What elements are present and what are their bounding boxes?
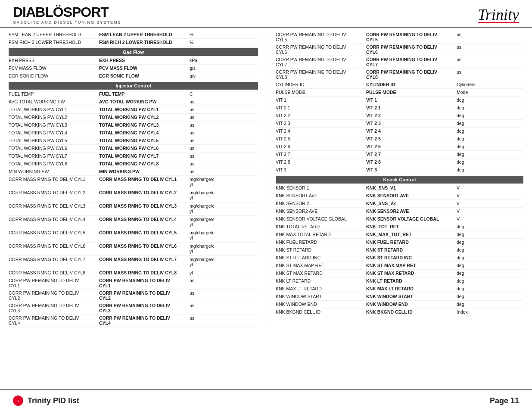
list-item: CORR PW REMAINING TO DELIVCYL8 CORR PW R… xyxy=(276,68,523,81)
list-item: KNK BKGND CELL ID KNK BKGND CELL ID Inde… xyxy=(276,308,523,316)
logo-subtitle: GASOLINE AND DIESEL TUNING SYSTEMS xyxy=(13,20,121,25)
list-item: FUEL TEMP FUEL TEMP C xyxy=(9,90,258,98)
list-item: KNK FUEL RETARD KNK FUEL RETARD deg xyxy=(276,239,523,246)
left-column: FSM LEAN 2 UPPER THRESHOLD FSM LEAN 2 UP… xyxy=(0,31,267,327)
gas-flow-header: Gas Flow xyxy=(9,48,258,56)
list-item: CORR MASS RMNG TO DELIV CYL2 CORR MASS R… xyxy=(9,189,258,202)
list-item: CYLINDER ID CYLINDER ID Cylinders xyxy=(276,81,523,89)
list-item: CORR PW REMAINING TO DELIVCYL7 CORR PW R… xyxy=(276,56,523,68)
list-item: FSM RICH 2 LOWER THRESHOLD FSM RICH 2 LO… xyxy=(9,39,258,47)
list-item: VIT 1 VIT 1 deg xyxy=(276,97,523,104)
list-item: AVG TOTAL WORKING PW AVG TOTAL WORKING P… xyxy=(9,98,258,106)
list-item: CORR MASS RMNG TO DELIV CYL6 CORR MASS R… xyxy=(9,243,258,256)
list-item: TOTAL WORKING PW CYL8 TOTAL WORKING PW C… xyxy=(9,160,258,168)
list-item: TOTAL WORKING PW CYL7 TOTAL WORKING PW C… xyxy=(9,153,258,160)
list-item: VIT 2 2 VIT 2 2 deg xyxy=(276,112,523,120)
diablosport-logo: DIABLÖSPORT xyxy=(13,4,109,20)
page-footer: T Trinity PID list Page 11 xyxy=(0,389,532,411)
knock-rows: KNK SENSOR 1 KNK_SNS_V1 V KNK SENSOR1 AV… xyxy=(276,184,523,316)
trinity-logo: Trinity xyxy=(478,6,519,24)
list-item: EGR SONIC FLOW EGR SONIC FLOW g/s xyxy=(9,72,258,80)
list-item: CORR MASS RMNG TO DELIV CYL4 CORR MASS R… xyxy=(9,216,258,229)
footer-page: Page 11 xyxy=(490,396,519,405)
list-item: FSM LEAN 2 UPPER THRESHOLD FSM LEAN 2 UP… xyxy=(9,31,258,39)
list-item: CORR PW REMAINING TO DELIVCYL2 CORR PW R… xyxy=(9,290,258,302)
list-item: KNK ST MAX RETARD KNK ST MAX RETARD deg xyxy=(276,270,523,277)
main-content: FSM LEAN 2 UPPER THRESHOLD FSM LEAN 2 UP… xyxy=(0,28,532,327)
list-item: TOTAL WORKING PW CYL3 TOTAL WORKING PW C… xyxy=(9,121,258,129)
top-rows: FSM LEAN 2 UPPER THRESHOLD FSM LEAN 2 UP… xyxy=(9,31,258,47)
list-item: KNK SENSOR1 AVE KNK SENSOR1 AVE V xyxy=(276,192,523,200)
right-column: CORR PW REMAINING TO DELIVCYL5 CORR PW R… xyxy=(267,31,532,327)
list-item: CORR MASS RMNG TO DELIV CYL8 CORR MASS R… xyxy=(9,269,258,277)
list-item: CORR MASS RMNG TO DELIV CYL3 CORR MASS R… xyxy=(9,202,258,216)
list-item: VIT 2 4 VIT 2 4 deg xyxy=(276,128,523,135)
list-item: KNK ST RETARD INC KNK ST RETARD INC deg xyxy=(276,254,523,262)
list-item: VIT 2 7 VIT 2 7 deg xyxy=(276,151,523,159)
list-item: KNK WINDOW START KNK WINDOW START deg xyxy=(276,293,523,301)
injector-control-header: Injector Control xyxy=(9,82,258,90)
list-item: KNK ST RETARD KNK ST RETARD deg xyxy=(276,246,523,254)
list-item: KNK SENSOR VOLTAGE GLOBAL KNK SENSOR VOL… xyxy=(276,215,523,223)
list-item: CORR MASS RMNG TO DELIV CYL7 CORR MASS R… xyxy=(9,256,258,269)
logo-area: DIABLÖSPORT GASOLINE AND DIESEL TUNING S… xyxy=(13,4,121,25)
footer-left: T Trinity PID list xyxy=(13,395,79,406)
list-item: CORR MASS RMNG TO DELIV CYL5 CORR MASS R… xyxy=(9,229,258,243)
list-item: VIT 2 6 VIT 2 6 deg xyxy=(276,143,523,151)
svg-text:T: T xyxy=(17,399,19,403)
list-item: VIT 3 VIT 3 deg xyxy=(276,166,523,174)
list-item: CORR PW REMAINING TO DELIVCYL6 CORR PW R… xyxy=(276,44,523,56)
list-item: CORR PW REMAINING TO DELIVCYL1 CORR PW R… xyxy=(9,277,258,290)
list-item: CORR MASS RMNG TO DELIV CYL1 CORR MASS R… xyxy=(9,176,258,189)
list-item: TOTAL WORKING PW CYL5 TOTAL WORKING PW C… xyxy=(9,137,258,145)
list-item: CORR PW REMAINING TO DELIVCYL5 CORR PW R… xyxy=(276,31,523,44)
list-item: PULSE MODE PULSE MODE Mode xyxy=(276,89,523,97)
list-item: TOTAL WORKING PW CYL1 TOTAL WORKING PW C… xyxy=(9,106,258,114)
gas-flow-rows: EXH PRESS EXH PRESS kPa PCV MASS FLOW PC… xyxy=(9,57,258,80)
right-top-rows: CORR PW REMAINING TO DELIVCYL5 CORR PW R… xyxy=(276,31,523,174)
list-item: MIN WORKING PW MIN WORKING PW us xyxy=(9,168,258,176)
list-item: KNK MAX TOTAL RETARD KNK_MAX_TOT_RET deg xyxy=(276,231,523,239)
list-item: KNK WINDOW END KNK WINDOW END deg xyxy=(276,301,523,308)
list-item: TOTAL WORKING PW CYL6 TOTAL WORKING PW C… xyxy=(9,145,258,153)
list-item: TOTAL WORKING PW CYL4 TOTAL WORKING PW C… xyxy=(9,129,258,137)
list-item: VIT 2 1 VIT 2 1 deg xyxy=(276,104,523,112)
knock-control-header: Knock Control xyxy=(276,176,523,184)
list-item: VIT 2 5 VIT 2 5 deg xyxy=(276,135,523,143)
trinity-footer-icon: T xyxy=(13,395,23,406)
list-item: KNK MAX LT RETARD KNK MAX LT RETARD deg xyxy=(276,285,523,293)
list-item: CORR PW REMAINING TO DELIVCYL3 CORR PW R… xyxy=(9,302,258,314)
list-item: KNK LT RETARD KNK LT RETARD deg xyxy=(276,277,523,285)
list-item: KNK SENSOR2 AVE KNK SENSOR2 AVE V xyxy=(276,208,523,215)
page-header: DIABLÖSPORT GASOLINE AND DIESEL TUNING S… xyxy=(0,0,532,28)
list-item: VIT 2 3 VIT 2 3 deg xyxy=(276,120,523,128)
list-item: TOTAL WORKING PW CYL2 TOTAL WORKING PW C… xyxy=(9,114,258,121)
list-item: KNK TOTAL RETARD KNK_TOT_RET deg xyxy=(276,223,523,231)
list-item: CORR PW REMAINING TO DELIVCYL4 CORR PW R… xyxy=(9,314,258,327)
list-item: KNK SENSOR 1 KNK_SNS_V1 V xyxy=(276,184,523,192)
list-item: KNK SENSOR 2 KNK_SNS_V2 V xyxy=(276,200,523,208)
list-item: KNK ST MAX MAP RET KNK ST MAX MAP RET de… xyxy=(276,262,523,270)
list-item: EXH PRESS EXH PRESS kPa xyxy=(9,57,258,65)
list-item: PCV MASS FLOW PCV MASS FLOW g/s xyxy=(9,65,258,72)
injector-rows: FUEL TEMP FUEL TEMP C AVG TOTAL WORKING … xyxy=(9,90,258,327)
list-item: VIT 2 8 VIT 2 8 deg xyxy=(276,159,523,166)
footer-label: Trinity PID list xyxy=(28,396,79,405)
